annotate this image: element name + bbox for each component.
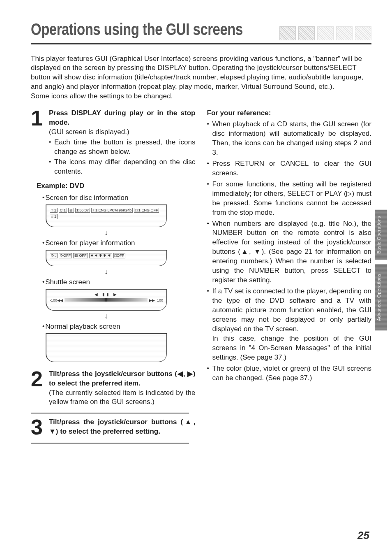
down-arrow-icon: ↓: [46, 268, 167, 275]
bullet-icon: [207, 120, 212, 158]
page-title: Operations using the GUI screens: [31, 18, 243, 41]
shuttle-row-top: ◀ ▮▮ ▶: [50, 292, 163, 297]
bullet-icon: [42, 323, 44, 330]
reference-item: When numbers are displayed (e.g. title N…: [212, 219, 372, 286]
shuttle-screenshot: ◀ ▮▮ ▶ -100◀◀ ▶▶+100: [46, 289, 167, 311]
step-2: 2 Tilt/press the joystick/cursor buttons…: [31, 369, 196, 407]
step-subtext: (The currently selected item is indicate…: [49, 388, 196, 407]
screen-label: Normal playback screen: [45, 323, 120, 330]
header-icon: [279, 26, 296, 40]
down-arrow-icon: ↓: [46, 312, 167, 320]
bullet-icon: [42, 278, 44, 286]
side-tabs: Basic Operations Advanced Operations: [375, 210, 387, 330]
bullet-icon: [207, 219, 212, 286]
reference-item: Press RETURN or CANCEL to clear the GUI …: [212, 159, 372, 178]
chip: ⟳ :: [50, 253, 58, 258]
left-column: 1 Press DISPLAY during play or in the st…: [31, 109, 196, 448]
chip: ♪ 1 ENG LPCM 96K24b: [91, 208, 133, 213]
chip: ✱ ✱ ✱ ✱ ✱: [89, 253, 112, 258]
page-number: 25: [357, 528, 369, 543]
chip: 1:56:37: [75, 208, 90, 213]
bullet-icon: [207, 159, 212, 178]
step-3: 3 Tilt/press the joystick/cursor buttons…: [31, 418, 196, 437]
header-icon-strip: [279, 26, 371, 41]
shuttle-bar: [65, 298, 148, 302]
reference-item: For some functions, the setting will be …: [212, 180, 372, 218]
example-heading: Example: DVD: [37, 181, 196, 191]
step-bullet: Each time the button is pressed, the ico…: [54, 138, 196, 157]
divider: [31, 413, 189, 413]
header-icon: [355, 26, 371, 40]
reference-heading: For your reference:: [207, 109, 372, 118]
disc-info-chips: T 1 C 1 ⊕ 1:56:37 ♪ 1 ENG LPCM 96K24b □ …: [50, 208, 163, 220]
header-icon: [298, 26, 315, 40]
step-subtext: (GUI screen is displayed.): [49, 128, 196, 137]
screen-label: Screen for disc information: [45, 194, 128, 202]
page-header: Operations using the GUI screens: [31, 23, 371, 44]
step-1: 1 Press DISPLAY during play or in the st…: [31, 109, 196, 176]
chip: T 1: [50, 208, 58, 213]
divider: [31, 443, 189, 444]
header-icon: [336, 26, 353, 40]
step-number: 1: [31, 109, 45, 176]
bullet-icon: [42, 239, 44, 247]
reference-item: The color (blue, violet or green) of the…: [212, 364, 372, 383]
chip: ▦ OFF: [73, 253, 88, 258]
intro-paragraph: This player features GUI (Graphical User…: [31, 54, 371, 92]
step-title: Press DISPLAY during play or in the stop…: [49, 109, 196, 128]
chip: ⊕: [68, 208, 74, 213]
chip: C 1: [59, 208, 67, 213]
disc-info-screenshot: T 1 C 1 ⊕ 1:56:37 ♪ 1 ENG LPCM 96K24b □ …: [46, 204, 167, 228]
bullet-icon: [49, 138, 53, 157]
shuttle-right: ▶▶+100: [149, 298, 163, 303]
right-column: For your reference: When playback of a C…: [207, 109, 372, 448]
chip: □ 1 ENG OFF: [134, 208, 159, 213]
side-tab-basic[interactable]: Basic Operations: [375, 210, 387, 260]
step-number: 3: [31, 418, 45, 437]
step-number: 2: [31, 369, 45, 407]
shuttle-left: -100◀◀: [50, 298, 63, 303]
bullet-icon: [49, 158, 53, 176]
reference-item-part: If a TV set is connected to the player, …: [212, 287, 372, 333]
side-tab-advanced[interactable]: Advanced Operations: [375, 264, 387, 330]
bullet-icon: [207, 287, 212, 362]
intro-paragraph: Some icons allow the settings to be chan…: [31, 92, 371, 101]
reference-item: If a TV set is connected to the player, …: [212, 287, 372, 362]
player-info-screenshot: ⟳ : ⟳OFF ▦ OFF ✱ ✱ ✱ ✱ ✱ □OFF: [46, 250, 167, 266]
bullet-icon: [207, 364, 212, 383]
screen-label: Screen for player information: [45, 239, 135, 247]
step-bullet: The icons may differ depending on the di…: [54, 158, 196, 176]
bullet-icon: [207, 180, 212, 218]
player-info-chips: ⟳ : ⟳OFF ▦ OFF ✱ ✱ ✱ ✱ ✱ □OFF: [50, 253, 163, 258]
chip: ⟳OFF: [59, 253, 72, 258]
header-icon: [317, 26, 334, 40]
content-columns: 1 Press DISPLAY during play or in the st…: [31, 109, 371, 448]
screen-label: Shuttle screen: [45, 278, 90, 286]
chip: □OFF: [113, 253, 125, 258]
bullet-icon: [42, 194, 44, 202]
down-arrow-icon: ↓: [46, 229, 167, 236]
reference-item-part: In this case, change the position of the…: [212, 334, 372, 361]
step-title: Tilt/press the joystick/cursor buttons (…: [49, 418, 196, 437]
intro-block: This player features GUI (Graphical User…: [31, 54, 371, 102]
reference-item: When playback of a CD starts, the GUI sc…: [212, 120, 372, 158]
chip: ⌂ 1: [50, 214, 58, 219]
step-title: Tilt/press the joystick/cursor buttons (…: [49, 369, 196, 388]
normal-playback-screenshot: [46, 333, 167, 362]
